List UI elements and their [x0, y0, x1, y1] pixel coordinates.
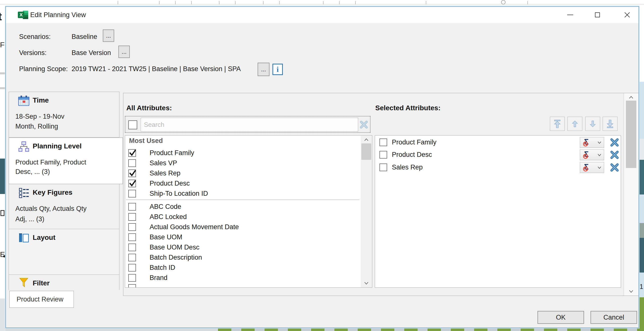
list-item[interactable]: Actual Goods Movement Date [125, 222, 358, 232]
remove-attribute-button[interactable] [610, 150, 619, 160]
remove-attribute-button[interactable] [610, 163, 619, 172]
list-item[interactable]: Batch Description [125, 252, 358, 262]
select-all-checkbox[interactable] [128, 120, 137, 129]
attribute-label: Batch ID [150, 264, 175, 272]
list-item[interactable]: Base UOM [125, 232, 358, 242]
ribbon-edge-line [0, 4, 644, 4]
ribbon-tick [219, 1, 220, 4]
clear-search-icon[interactable] [359, 120, 368, 129]
checkbox[interactable] [380, 164, 387, 171]
attribute-label: Sales Rep [392, 164, 423, 171]
aggregation-mode-button[interactable]: Σ [580, 162, 604, 173]
checkbox[interactable] [128, 149, 136, 157]
list-item[interactable]: ABC Code [125, 202, 358, 212]
time-summary-line: Month, Rolling [15, 123, 58, 130]
background-band [0, 87, 6, 89]
move-to-top-button[interactable] [550, 117, 565, 131]
selected-item[interactable]: Product Desc Σ [375, 149, 621, 160]
maximize-button[interactable] [586, 7, 608, 23]
checkbox[interactable] [128, 254, 136, 262]
scroll-up-icon[interactable] [629, 96, 633, 99]
list-item[interactable]: Base UOM Desc [125, 242, 358, 252]
ribbon-tick [235, 1, 236, 4]
no-aggregation-icon [583, 166, 588, 172]
move-to-bottom-button[interactable] [603, 117, 618, 131]
chevron-down-icon [598, 166, 602, 169]
list-item[interactable]: Product Desc [125, 178, 358, 188]
panel-scrollbar[interactable] [624, 93, 638, 296]
checkbox[interactable] [128, 274, 136, 282]
sidebar-item-planning-level[interactable]: Planning Level Product Family, Product D… [9, 138, 123, 184]
checkbox[interactable] [128, 170, 136, 177]
minimize-button[interactable] [559, 7, 581, 23]
sidebar-item-key-figures[interactable]: Key Figures Actuals Qty, Actuals Qty Adj… [9, 184, 119, 229]
versions-browse-button[interactable]: ... [118, 46, 130, 58]
checkbox[interactable] [128, 244, 136, 251]
cancel-button[interactable]: Cancel [590, 311, 637, 324]
scroll-down-icon[interactable] [629, 290, 633, 293]
list-item-partial[interactable] [125, 283, 358, 288]
aggregation-mode-button[interactable]: Σ [580, 150, 604, 160]
scrollbar-thumb[interactable] [626, 100, 636, 168]
ribbon-tick [175, 1, 176, 4]
aggregation-mode-button[interactable]: Σ [580, 137, 604, 148]
ok-button[interactable]: OK [538, 311, 584, 324]
checkbox[interactable] [128, 284, 136, 288]
sidebar-item-label: Key Figures [33, 188, 72, 196]
group-header: Most Used [129, 137, 163, 145]
list-scrollbar[interactable] [361, 136, 372, 288]
attribute-label: Product Family [150, 149, 194, 157]
checkbox[interactable] [128, 203, 136, 210]
scroll-down-icon[interactable] [364, 282, 368, 285]
selected-item[interactable]: Sales Rep Σ [375, 162, 621, 173]
view-settings-sidebar: Time 18-Sep - 19-Nov Month, Rolling Plan… [9, 92, 120, 290]
attribute-label: ABC Locked [150, 213, 187, 221]
background-band [639, 139, 644, 160]
sidebar-item-time[interactable]: Time 18-Sep - 19-Nov Month, Rolling [9, 92, 119, 138]
sidebar-item-layout[interactable]: Layout [9, 229, 119, 275]
planning-level-summary-line: Product Family, Product [15, 158, 86, 166]
planning-scope-browse-button[interactable]: ... [258, 63, 270, 76]
versions-value: Base Version [72, 49, 111, 57]
background-glyph [3, 255, 6, 258]
tab-product-review[interactable]: Product Review [10, 291, 74, 308]
checkbox[interactable] [128, 234, 136, 241]
checkbox[interactable] [380, 151, 387, 158]
move-down-button[interactable] [585, 117, 600, 131]
checkbox[interactable] [128, 159, 136, 167]
ribbon-tick [263, 1, 264, 4]
attribute-label: Product Family [392, 138, 436, 146]
filter-icon [18, 277, 30, 288]
ribbon-tick [191, 1, 192, 4]
ribbon-glyph [501, 0, 506, 4]
attribute-label: Batch Description [150, 254, 202, 262]
all-attributes-label: All Attributes: [126, 104, 172, 112]
list-item[interactable]: Product Family [125, 148, 358, 158]
list-item[interactable]: Ship-To Location ID [125, 188, 358, 199]
sidebar-item-filter[interactable]: Filter [9, 275, 119, 290]
scenarios-browse-button[interactable]: ... [103, 30, 114, 42]
checkbox[interactable] [128, 213, 136, 221]
search-input[interactable] [141, 118, 358, 132]
dialog-titlebar[interactable]: X Edit Planning View [6, 7, 638, 23]
scrollbar-thumb[interactable] [362, 144, 371, 160]
close-button[interactable] [616, 7, 638, 23]
scroll-up-icon[interactable] [364, 138, 368, 142]
selected-item[interactable]: Product Family Σ [375, 137, 621, 148]
checkbox[interactable] [128, 223, 136, 231]
no-aggregation-icon [583, 142, 588, 146]
checkbox[interactable] [380, 138, 387, 146]
checkbox[interactable] [128, 190, 136, 198]
move-up-button[interactable] [568, 117, 582, 131]
checkbox[interactable] [128, 180, 136, 187]
ribbon-tick [279, 1, 280, 4]
list-item[interactable]: Sales Rep [125, 168, 358, 178]
checkbox[interactable] [128, 264, 136, 272]
list-item[interactable]: Brand [125, 273, 358, 283]
list-item[interactable]: Batch ID [125, 262, 358, 273]
remove-attribute-button[interactable] [610, 138, 619, 147]
time-summary-line: 18-Sep - 19-Nov [15, 113, 64, 120]
planning-scope-info-icon[interactable]: i [272, 64, 283, 75]
list-item[interactable]: ABC Locked [125, 212, 358, 222]
list-item[interactable]: Sales VP [125, 158, 358, 168]
